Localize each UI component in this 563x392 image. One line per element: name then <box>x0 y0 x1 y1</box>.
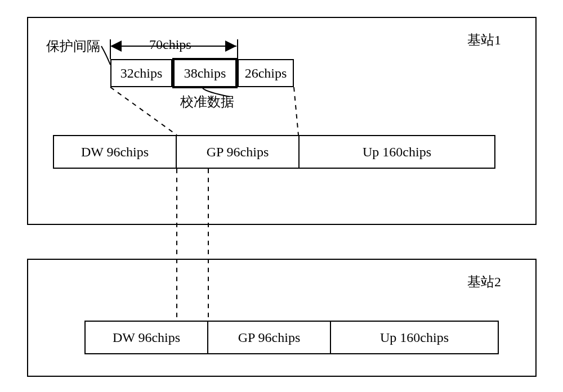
s2-up: Up 160chips <box>330 321 499 354</box>
gp-cell-a: 32chips <box>110 59 172 87</box>
calib-label: 校准数据 <box>180 93 234 111</box>
s1-dw: DW 96chips <box>53 135 177 169</box>
s1-up: Up 160chips <box>298 135 495 169</box>
gp-cell-b-label: 38chips <box>184 66 226 81</box>
station2-title: 基站2 <box>467 273 501 291</box>
gp-cell-c: 26chips <box>238 59 294 87</box>
s1-gp-label: GP 96chips <box>207 145 269 160</box>
s2-gp-label: GP 96chips <box>238 330 300 345</box>
s1-up-label: Up 160chips <box>363 145 431 160</box>
s2-gp: GP 96chips <box>207 321 331 354</box>
s2-dw-label: DW 96chips <box>113 330 180 345</box>
span-label: 70chips <box>149 37 191 52</box>
gp-cell-b: 38chips <box>172 58 238 88</box>
s1-dw-label: DW 96chips <box>81 145 149 160</box>
gp-cell-c-label: 26chips <box>245 66 287 81</box>
gp-cell-a-label: 32chips <box>120 66 163 81</box>
s1-gp: GP 96chips <box>176 135 300 169</box>
s2-dw: DW 96chips <box>84 321 208 354</box>
guard-label: 保护间隔 <box>46 37 100 55</box>
station1-box <box>27 17 537 225</box>
station2-box <box>27 259 537 377</box>
s2-up-label: Up 160chips <box>380 330 449 345</box>
station1-title: 基站1 <box>467 31 501 49</box>
